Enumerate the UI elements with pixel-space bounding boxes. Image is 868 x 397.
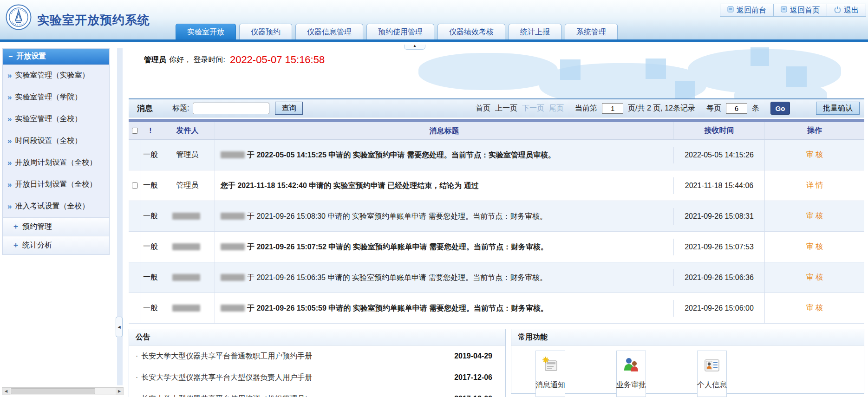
nav-tab[interactable]: 仪器预约 (239, 24, 292, 39)
nav-tab[interactable]: 仪器绩效考核 (437, 24, 505, 39)
scrollbar-thumb[interactable] (11, 388, 95, 394)
logout-button[interactable]: 退出 (827, 4, 866, 17)
sender-cell (160, 262, 215, 293)
pages-info: 页/共 2 页, 12条记录 (628, 104, 695, 113)
scroll-left-arrow-icon[interactable]: ◀ (2, 388, 10, 395)
message-title-cell[interactable]: 您于 2021-11-18 15:42:40 申请的 实验室预约申请 已经处理结… (215, 177, 674, 194)
prev-page-link[interactable]: 上一页 (495, 104, 517, 113)
nav-tab[interactable]: 实验室开放 (176, 24, 236, 39)
collapse-banner-button[interactable]: ▲ (404, 45, 425, 50)
row-action-link[interactable]: 详 情 (806, 181, 823, 190)
sidebar-item-label: 实验室管理（学院） (15, 92, 82, 102)
redacted-name (221, 151, 245, 158)
per-page-input[interactable] (726, 103, 747, 114)
message-title-cell[interactable]: 于 2021-09-26 15:05:59 申请的 实验室预约单账单申请 需要您… (215, 300, 674, 317)
last-page-link[interactable]: 尾页 (549, 104, 564, 113)
sender-cell (160, 232, 215, 262)
table-header-row: ! 发件人 消息标题 接收时间 操作 (129, 122, 864, 140)
priority-badge: 一般 (141, 293, 160, 323)
sidebar-item[interactable]: » 时间段设置（全校） (3, 130, 109, 152)
pagination-bar: 首页 上一页 下一页 尾页 当前第 页/共 2 页, 12条记录 每页 条 Go… (476, 102, 864, 115)
announcement-item[interactable]: · 长安大学大型仪器共享平台普通教职工用户预约手册 2019-04-29 (129, 345, 505, 367)
current-page-input[interactable] (602, 103, 623, 114)
receive-time: 2021-11-18 15:44:06 (674, 170, 765, 201)
quick-item-label: 个人信息 (697, 380, 727, 390)
sidebar-section-collapsed[interactable]: ＋ 统计分析 (3, 236, 109, 254)
double-chevron-icon: » (7, 71, 12, 80)
sidebar-item[interactable]: » 实验室管理（全校） (3, 108, 109, 130)
quick-business-approval[interactable]: 业务审批 (616, 351, 646, 397)
go-button[interactable]: Go (770, 102, 790, 115)
message-row: 一般 于 2021-09-26 15:08:30 申请的 实验室预约单账单申请 … (129, 201, 864, 232)
query-button[interactable]: 查询 (275, 102, 303, 115)
redacted-sender (172, 213, 200, 220)
sidebar-section-open-settings[interactable]: − 开放设置 (3, 49, 109, 65)
expand-plus-icon: ＋ (12, 222, 20, 232)
nav-tab[interactable]: 系统管理 (565, 24, 618, 39)
next-page-link[interactable]: 下一页 (522, 104, 544, 113)
nav-tab-label: 仪器信息管理 (307, 28, 352, 36)
nav-tab[interactable]: 预约使用管理 (366, 24, 434, 39)
row-action-link[interactable]: 审 核 (806, 242, 823, 252)
sidebar-item[interactable]: » 实验室管理（实验室） (3, 65, 109, 86)
main-content: 管理员 你好， 登录时间: 2022-05-07 15:16:58 ▲ 消息 标… (126, 45, 864, 397)
bullet-icon: · (136, 352, 138, 360)
announcements-list: · 长安大学大型仪器共享平台普通教职工用户预约手册 2019-04-29 · 长… (129, 345, 505, 397)
document-icon (727, 6, 734, 14)
main-nav-tabs: 实验室开放 仪器预约 仪器信息管理 预约使用管理 仪器绩效考核 统计上报 系 (176, 24, 618, 39)
sidebar-item[interactable]: » 实验室管理（学院） (3, 86, 109, 108)
sender-name: 管理员 (176, 150, 199, 160)
message-title-text: 于 2021-09-26 15:06:35 申请的 实验室预约单账单申请 需要您… (247, 273, 547, 281)
message-row: 一般 管理员 您于 2021-11-18 15:42:40 申请的 实验室预约申… (129, 170, 864, 201)
sidebar-item-label: 实验室管理（全校） (15, 114, 82, 124)
quick-message-notify[interactable]: 消息通知 (535, 351, 565, 397)
quick-functions-panel: 常用功能 消息通知 (511, 329, 864, 394)
sidebar-item[interactable]: » 开放周计划设置（全校） (3, 152, 109, 174)
quick-item-label: 消息通知 (535, 380, 565, 390)
receive-time: 2021-09-26 15:06:36 (674, 262, 765, 293)
priority-badge: 一般 (141, 201, 160, 231)
row-action-link[interactable]: 审 核 (806, 150, 823, 160)
announcement-text: 长安大学大型仪器共享平台使用培训（机组管理员） (141, 394, 312, 397)
row-action-link[interactable]: 审 核 (806, 273, 823, 282)
sidebar-section-collapsed[interactable]: ＋ 预约管理 (3, 217, 109, 236)
sidebar-item[interactable]: » 准入考试设置（全校） (3, 195, 109, 217)
row-action-link[interactable]: 审 核 (806, 303, 823, 313)
back-to-home-button[interactable]: 返回首页 (773, 4, 827, 17)
redacted-name (221, 274, 245, 281)
nav-tab[interactable]: 统计上报 (509, 24, 561, 39)
announcement-date: 2017-12-06 (454, 395, 492, 397)
announcements-title: 公告 (129, 329, 505, 345)
sidebar-item-label: 开放周计划设置（全校） (15, 158, 97, 168)
quick-personal-info[interactable]: 个人信息 (697, 351, 727, 397)
sidebar-scrollbar[interactable]: ◀ ▶ (2, 387, 124, 395)
scroll-right-arrow-icon[interactable]: ▶ (116, 388, 123, 395)
sidebar-item-label: 实验室管理（实验室） (15, 71, 89, 80)
message-title-cell[interactable]: 于 2021-09-26 15:08:30 申请的 实验室预约单账单申请 需要您… (215, 208, 674, 225)
message-title-text: 于 2022-05-05 14:15:25 申请的 实验室预约申请 需要您处理。… (247, 151, 555, 159)
collapse-sidebar-button[interactable]: ◀ (116, 317, 123, 337)
sidebar-item-label: 开放日计划设置（全校） (15, 180, 97, 189)
row-checkbox[interactable] (132, 182, 138, 189)
batch-confirm-button[interactable]: 批量确认 (816, 102, 860, 115)
message-toolbar: 消息 标题: 查询 首页 上一页 下一页 尾页 当前第 页/共 2 页, 12条… (129, 98, 864, 117)
first-page-link[interactable]: 首页 (476, 104, 490, 113)
per-page-label: 每页 (706, 104, 721, 113)
message-title-text: 于 2021-09-26 15:05:59 申请的 实验室预约单账单申请 需要您… (247, 304, 548, 312)
announcement-item[interactable]: · 长安大学大型仪器共享平台使用培训（机组管理员） 2017-12-06 (129, 388, 505, 397)
greeting-text: 你好， (169, 55, 191, 65)
message-title-cell[interactable]: 于 2022-05-05 14:15:25 申请的 实验室预约申请 需要您处理。… (215, 147, 674, 163)
sidebar-item[interactable]: » 开放日计划设置（全校） (3, 174, 109, 195)
back-to-front-button[interactable]: 返回前台 (720, 4, 774, 17)
message-title-cell[interactable]: 于 2021-09-26 15:06:35 申请的 实验室预约单账单申请 需要您… (215, 269, 674, 286)
select-all-checkbox[interactable] (132, 128, 138, 134)
title-search-input[interactable] (193, 103, 269, 114)
col-action: 操作 (765, 122, 864, 139)
message-title-cell[interactable]: 于 2021-09-26 15:07:52 申请的 实验室预约单账单申请 需要您… (215, 239, 674, 255)
business-approval-icon (622, 351, 640, 376)
announcement-date: 2017-12-06 (454, 373, 492, 382)
announcement-item[interactable]: · 长安大学大型仪器共享平台大型仪器负责人用户手册 2017-12-06 (129, 367, 505, 388)
nav-tab[interactable]: 仪器信息管理 (295, 24, 363, 39)
collapse-minus-icon: − (8, 52, 13, 61)
row-action-link[interactable]: 审 核 (806, 211, 823, 221)
